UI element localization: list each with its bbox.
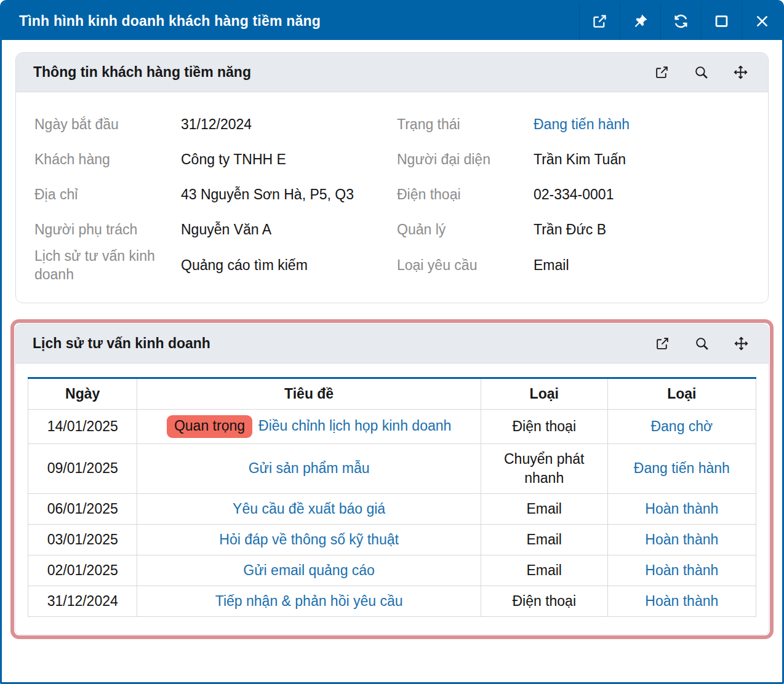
field-value-person-in-charge: Nguyễn Văn A	[181, 212, 397, 247]
cell-title: Gửi sản phẩm mẫu	[137, 443, 481, 493]
field-value-request-type: Email	[534, 247, 750, 284]
cell-date: 14/01/2025	[28, 409, 137, 443]
table-header-row: Ngày Tiêu đề Loại Loại	[28, 378, 756, 409]
status-link[interactable]: Hoàn thành	[645, 501, 718, 517]
cell-date: 06/01/2025	[28, 493, 137, 524]
table-row: 14/01/2025 Quan trọngĐiều chỉnh lịch họp…	[28, 409, 756, 443]
cell-title: Gửi email quảng cáo	[137, 555, 481, 586]
close-button[interactable]	[742, 2, 782, 40]
field-label-address: Địa chỉ	[34, 177, 181, 212]
window-title: Tình hình kinh doanh khách hàng tiềm năn…	[2, 13, 579, 30]
info-open-external-button[interactable]	[646, 59, 677, 86]
history-search-button[interactable]	[686, 330, 717, 357]
window-titlebar: Tình hình kinh doanh khách hàng tiềm năn…	[2, 2, 782, 40]
info-search-button[interactable]	[686, 59, 716, 86]
field-value-customer: Công ty TNHH E	[181, 142, 397, 177]
table-row: 06/01/2025 Yêu cầu đề xuất báo giá Email…	[28, 493, 756, 524]
field-value-manager: Trần Đức B	[534, 212, 750, 247]
cell-type: Điện thoại	[481, 586, 607, 617]
cell-title: Tiếp nhận & phản hồi yêu cầu	[137, 586, 481, 617]
history-panel-header: Lịch sử tư vấn kinh doanh	[15, 324, 769, 364]
cell-type: Email	[481, 555, 607, 586]
cell-date: 31/12/2024	[28, 586, 137, 617]
field-label-request-type: Loại yêu cầu	[397, 247, 534, 284]
search-icon	[694, 336, 710, 351]
cell-type: Email	[481, 525, 607, 555]
app-window: Tình hình kinh doanh khách hàng tiềm năn…	[0, 0, 784, 684]
column-header-type: Loại	[481, 378, 607, 409]
status-link[interactable]: Đang chờ	[650, 418, 713, 434]
cell-status: Hoàn thành	[607, 525, 756, 555]
cell-title: Quan trọngĐiều chỉnh lịch họp kinh doanh	[137, 409, 481, 443]
cell-type: Chuyển phát nhanh	[481, 443, 607, 493]
customer-info-panel: Thông tin khách hàng tiềm năng	[15, 52, 769, 303]
cell-status: Hoàn thành	[607, 493, 756, 524]
record-title-link[interactable]: Yêu cầu đề xuất báo giá	[233, 501, 385, 517]
move-icon	[734, 336, 749, 351]
record-title-link[interactable]: Tiếp nhận & phản hồi yêu cầu	[215, 593, 403, 609]
history-move-button[interactable]	[726, 330, 756, 357]
field-label-status: Trạng thái	[397, 107, 534, 142]
pin-icon	[632, 13, 649, 30]
history-open-external-button[interactable]	[647, 330, 678, 357]
cell-status: Đang chờ	[607, 409, 756, 443]
field-value-phone: 02-334-0001	[534, 177, 750, 212]
column-header-date: Ngày	[28, 378, 137, 409]
field-value-start-date: 31/12/2024	[181, 107, 397, 142]
field-value-consult-history: Quảng cáo tìm kiếm	[181, 247, 397, 284]
customer-info-panel-title: Thông tin khách hàng tiềm năng	[33, 64, 646, 81]
cell-title: Yêu cầu đề xuất báo giá	[137, 493, 481, 524]
pin-button[interactable]	[620, 2, 660, 40]
cell-status: Hoàn thành	[607, 555, 756, 586]
cell-status: Hoàn thành	[607, 586, 756, 617]
field-label-phone: Điện thoại	[397, 177, 534, 212]
field-label-consult-history: Lịch sử tư vấn kinh doanh	[34, 247, 181, 284]
record-title-link[interactable]: Hỏi đáp về thông số kỹ thuật	[219, 531, 399, 547]
window-content: Thông tin khách hàng tiềm năng	[2, 40, 782, 682]
move-icon	[733, 65, 748, 80]
history-table: Ngày Tiêu đề Loại Loại 14/01/2025 Quan t…	[28, 377, 756, 617]
open-external-button[interactable]	[579, 2, 620, 40]
cell-date: 03/01/2025	[28, 525, 137, 555]
refresh-button[interactable]	[660, 2, 701, 40]
column-header-title: Tiêu đề	[137, 378, 481, 409]
status-link[interactable]: Hoàn thành	[645, 531, 718, 547]
history-panel-actions	[647, 330, 756, 357]
refresh-icon	[673, 13, 689, 30]
table-row: 02/01/2025 Gửi email quảng cáo Email Hoà…	[28, 555, 756, 586]
status-link[interactable]: Đang tiến hành	[634, 460, 730, 476]
cell-date: 09/01/2025	[28, 443, 137, 493]
field-label-representative: Người đại diện	[397, 142, 534, 177]
record-title-link[interactable]: Gửi sản phẩm mẫu	[249, 460, 370, 476]
table-row: 09/01/2025 Gửi sản phẩm mẫu Chuyển phát …	[28, 443, 756, 493]
cell-type: Email	[481, 493, 607, 524]
field-label-manager: Quản lý	[397, 212, 534, 247]
field-value-status[interactable]: Đang tiến hành	[534, 107, 750, 142]
history-table-body: Ngày Tiêu đề Loại Loại 14/01/2025 Quan t…	[15, 364, 769, 634]
history-panel-title: Lịch sử tư vấn kinh doanh	[33, 335, 647, 352]
column-header-status: Loại	[607, 378, 756, 409]
record-title-link[interactable]: Gửi email quảng cáo	[243, 562, 375, 578]
external-link-icon	[654, 65, 670, 80]
customer-info-panel-actions	[646, 59, 756, 86]
cell-type: Điện thoại	[481, 409, 607, 443]
external-link-icon	[591, 13, 608, 30]
field-label-start-date: Ngày bắt đầu	[34, 107, 181, 142]
titlebar-actions	[579, 2, 782, 40]
status-link[interactable]: Hoàn thành	[645, 593, 718, 609]
customer-info-panel-header: Thông tin khách hàng tiềm năng	[16, 53, 768, 92]
cell-title: Hỏi đáp về thông số kỹ thuật	[137, 525, 481, 555]
important-badge: Quan trọng	[167, 415, 252, 438]
history-panel-highlight: Lịch sử tư vấn kinh doanh	[10, 319, 774, 639]
cell-status: Đang tiến hành	[607, 443, 756, 493]
table-row: 31/12/2024 Tiếp nhận & phản hồi yêu cầu …	[28, 586, 756, 617]
maximize-button[interactable]	[701, 2, 742, 40]
field-label-customer: Khách hàng	[34, 142, 181, 177]
customer-info-body: Ngày bắt đầu 31/12/2024 Trạng thái Đang …	[16, 92, 768, 303]
search-icon	[694, 65, 709, 80]
record-title-link[interactable]: Điều chỉnh lịch họp kinh doanh	[258, 418, 451, 434]
field-label-person-in-charge: Người phụ trách	[34, 212, 181, 247]
field-value-address: 43 Nguyễn Sơn Hà, P5, Q3	[181, 177, 397, 212]
status-link[interactable]: Hoàn thành	[645, 562, 718, 578]
info-move-button[interactable]	[725, 59, 756, 86]
